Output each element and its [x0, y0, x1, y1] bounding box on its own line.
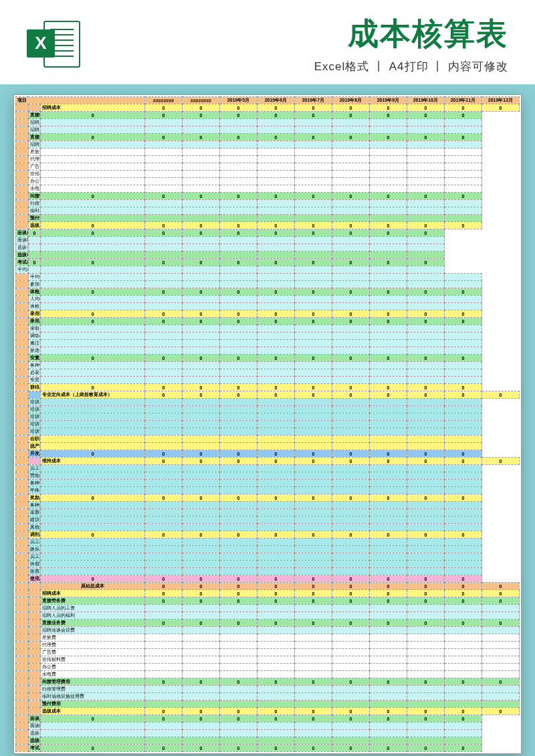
- row-label[interactable]: 直接业务费: [28, 134, 41, 141]
- table-cell[interactable]: 0: [182, 134, 219, 141]
- table-cell[interactable]: [219, 642, 257, 649]
- table-cell[interactable]: [144, 649, 182, 656]
- row-label[interactable]: 招聘人员的工资: [28, 119, 41, 126]
- table-cell[interactable]: [219, 266, 257, 274]
- table-cell[interactable]: 0: [219, 450, 257, 458]
- table-cell[interactable]: [41, 149, 145, 156]
- table-cell[interactable]: 0: [257, 222, 294, 229]
- table-cell[interactable]: 0: [444, 583, 481, 590]
- table-cell[interactable]: 0: [294, 318, 332, 325]
- table-cell[interactable]: [294, 627, 332, 634]
- table-cell[interactable]: [144, 126, 182, 134]
- table-cell[interactable]: 0: [257, 134, 294, 141]
- table-cell[interactable]: [219, 163, 257, 171]
- table-cell[interactable]: 0: [444, 678, 481, 686]
- table-cell[interactable]: 0: [332, 288, 369, 296]
- table-cell[interactable]: [144, 244, 182, 252]
- table-cell[interactable]: [294, 509, 332, 516]
- table-cell[interactable]: [219, 524, 257, 531]
- table-cell[interactable]: 0: [182, 193, 219, 200]
- table-cell[interactable]: [332, 163, 369, 171]
- table-cell[interactable]: 0: [257, 531, 294, 539]
- table-cell[interactable]: [294, 700, 332, 708]
- table-cell[interactable]: 0: [407, 134, 444, 141]
- table-cell[interactable]: [219, 693, 257, 700]
- table-cell[interactable]: [182, 215, 219, 222]
- table-cell[interactable]: [144, 546, 182, 553]
- row-label[interactable]: 体检人数: [28, 303, 41, 310]
- table-cell[interactable]: 0: [219, 678, 257, 686]
- table-cell[interactable]: 0: [41, 745, 145, 752]
- table-cell[interactable]: 0: [144, 715, 182, 723]
- table-cell[interactable]: 0: [444, 597, 481, 605]
- table-cell[interactable]: 0: [294, 222, 332, 229]
- table-cell[interactable]: [332, 362, 369, 369]
- table-cell[interactable]: 0: [219, 134, 257, 141]
- table-cell[interactable]: [369, 413, 407, 421]
- table-cell[interactable]: 0: [294, 310, 332, 318]
- table-cell[interactable]: 0: [257, 745, 294, 752]
- table-cell[interactable]: [332, 693, 369, 700]
- table-cell[interactable]: 0: [332, 391, 369, 399]
- table-cell[interactable]: [144, 421, 182, 428]
- table-cell[interactable]: [407, 325, 444, 333]
- row-label[interactable]: 开发总成本: [28, 450, 41, 458]
- table-cell[interactable]: 0: [444, 458, 481, 465]
- table-cell[interactable]: [144, 693, 182, 700]
- table-cell[interactable]: [219, 281, 257, 288]
- table-cell[interactable]: 0: [182, 597, 219, 605]
- table-cell[interactable]: [257, 156, 294, 163]
- table-cell[interactable]: [294, 369, 332, 377]
- table-cell[interactable]: [444, 553, 481, 561]
- table-cell[interactable]: [444, 524, 481, 531]
- table-cell[interactable]: 0: [407, 384, 444, 391]
- table-cell[interactable]: [41, 333, 145, 340]
- table-cell[interactable]: [294, 325, 332, 333]
- table-cell[interactable]: [257, 340, 294, 347]
- table-cell[interactable]: 0: [369, 450, 407, 458]
- table-cell[interactable]: [182, 480, 219, 487]
- table-cell[interactable]: [219, 516, 257, 524]
- table-cell[interactable]: [444, 671, 481, 678]
- table-cell[interactable]: [41, 472, 145, 480]
- table-cell[interactable]: [219, 428, 257, 436]
- row-label[interactable]: 临时场地设施使用费: [28, 207, 41, 215]
- table-cell[interactable]: 0: [444, 391, 481, 399]
- row-label[interactable]: 旅途补助费: [28, 347, 41, 355]
- table-cell[interactable]: [369, 406, 407, 413]
- table-cell[interactable]: 0: [369, 494, 407, 502]
- table-cell[interactable]: [332, 487, 369, 494]
- table-cell[interactable]: [369, 428, 407, 436]
- table-cell[interactable]: [407, 369, 444, 377]
- table-cell[interactable]: [182, 325, 219, 333]
- table-cell[interactable]: [369, 244, 407, 252]
- table-cell[interactable]: 0: [144, 583, 182, 590]
- table-cell[interactable]: 0: [369, 384, 407, 391]
- table-cell[interactable]: [41, 553, 145, 561]
- table-cell[interactable]: 0: [41, 112, 145, 119]
- table-cell[interactable]: [219, 413, 257, 421]
- table-cell[interactable]: [257, 296, 294, 303]
- table-cell[interactable]: [41, 347, 145, 355]
- table-cell[interactable]: [219, 539, 257, 546]
- table-cell[interactable]: [332, 546, 369, 553]
- table-cell[interactable]: 0: [144, 112, 182, 119]
- table-cell[interactable]: [444, 333, 481, 340]
- table-cell[interactable]: [219, 509, 257, 516]
- row-label[interactable]: 其他表彰支出: [28, 524, 41, 531]
- table-cell[interactable]: [219, 480, 257, 487]
- table-cell[interactable]: [407, 252, 444, 259]
- table-cell[interactable]: 0: [294, 458, 332, 465]
- table-cell[interactable]: 0: [294, 229, 332, 237]
- table-cell[interactable]: [444, 737, 481, 745]
- table-cell[interactable]: 0: [332, 134, 369, 141]
- table-cell[interactable]: [407, 487, 444, 494]
- table-cell[interactable]: [182, 516, 219, 524]
- table-cell[interactable]: [444, 119, 481, 126]
- row-label[interactable]: 各种安置行政费用: [28, 362, 41, 369]
- row-label[interactable]: 招聘洽谈会议费: [28, 141, 41, 149]
- table-cell[interactable]: [294, 149, 332, 156]
- table-cell[interactable]: 0: [444, 494, 481, 502]
- table-cell[interactable]: 0: [219, 391, 257, 399]
- table-cell[interactable]: [332, 642, 369, 649]
